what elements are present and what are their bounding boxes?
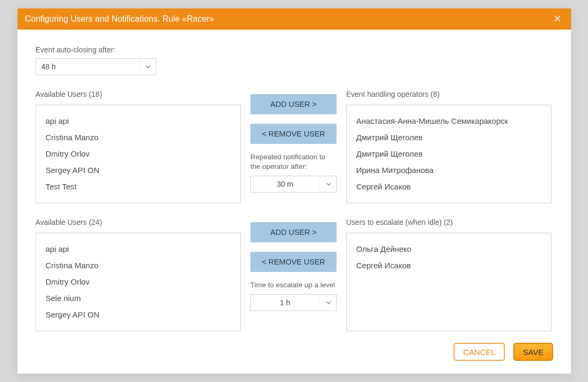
list-item[interactable]: Ольга Дейнеко [347,241,551,257]
cancel-button[interactable]: CANCEL [454,343,505,361]
auto-close-select[interactable] [35,58,156,75]
event-operators-label: Event handling operators (8) [346,90,551,98]
auto-close-label: Event auto-closing after: [35,46,553,54]
content: Event auto-closing after: Available User… [17,30,571,342]
list-item[interactable]: Sele nium [36,290,240,306]
section-escalate: Available Users (24) api api Cristina Ma… [35,218,553,331]
list-item[interactable]: Sergey API ON [36,162,240,178]
list-item[interactable]: Cristina Manzo [36,129,240,145]
escalate-time-value[interactable] [250,294,337,311]
list-item[interactable]: Анастасия-Анна-Мишель Семикаракорск [347,113,551,129]
dialog-title: Configuring Users and Notifications. Rul… [25,14,214,24]
auto-close-value[interactable] [35,58,156,75]
list-item[interactable]: Dmitry Orlov [36,274,240,290]
available-users-2-list[interactable]: api api Cristina Manzo Dmitry Orlov Sele… [35,233,241,331]
add-user-button[interactable]: ADD USER > [250,222,337,242]
available-users-1-list[interactable]: api api Cristina Manzo Dmitry Orlov Serg… [35,105,241,203]
event-operators-list[interactable]: Анастасия-Анна-Мишель Семикаракорск Дмит… [346,105,551,203]
available-users-1-label: Available Users (18) [35,90,241,98]
list-item[interactable]: Dmitry Orlov [36,145,240,162]
close-icon[interactable] [551,13,564,25]
section-operators: Available Users (18) api api Cristina Ma… [35,90,553,203]
titlebar: Configuring Users and Notifications. Rul… [17,8,571,30]
transfer-controls-2: ADD USER > < REMOVE USER Time to escalat… [250,218,337,331]
available-users-1: Available Users (18) api api Cristina Ma… [35,90,241,203]
list-item[interactable]: Cristina Manzo [36,257,240,274]
escalate-time-label: Time to escalate up a level [250,280,337,290]
available-users-2: Available Users (24) api api Cristina Ma… [35,218,241,331]
dialog-footer: CANCEL SAVE [454,343,553,361]
list-item[interactable]: Дмитрий Щеголев [347,145,551,162]
escalate-users: Users to escalate (when idle) (2) Ольга … [346,218,551,331]
add-user-button[interactable]: ADD USER > [250,94,337,114]
list-item[interactable]: Sergey API ON [36,306,240,323]
list-item[interactable]: Сергей Исаков [347,178,551,195]
escalate-users-label: Users to escalate (when idle) (2) [346,218,551,226]
dialog: Configuring Users and Notifications. Rul… [17,8,571,374]
escalate-time-select[interactable] [250,294,337,311]
list-item[interactable]: Дмитрий Щеголев [347,129,551,145]
transfer-controls-1: ADD USER > < REMOVE USER Repeated notifi… [250,90,337,203]
repeated-notification-label: Repeated notification to the operator af… [250,152,337,171]
remove-user-button[interactable]: < REMOVE USER [250,252,337,272]
save-button[interactable]: SAVE [513,343,553,361]
remove-user-button[interactable]: < REMOVE USER [250,124,337,144]
list-item[interactable]: Сергей Исаков [347,257,551,274]
list-item[interactable]: api api [36,113,240,129]
escalate-users-list[interactable]: Ольга Дейнеко Сергей Исаков [346,233,551,331]
repeated-notification-select[interactable] [250,176,337,193]
available-users-2-label: Available Users (24) [35,218,241,226]
event-operators: Event handling operators (8) Анастасия-А… [346,90,551,203]
repeated-notification-value[interactable] [250,176,337,193]
auto-close-field: Event auto-closing after: [35,46,553,75]
list-item[interactable]: Test Test [36,178,240,195]
list-item[interactable]: Ирина Митрофанова [347,162,551,178]
list-item[interactable]: api api [36,241,240,257]
